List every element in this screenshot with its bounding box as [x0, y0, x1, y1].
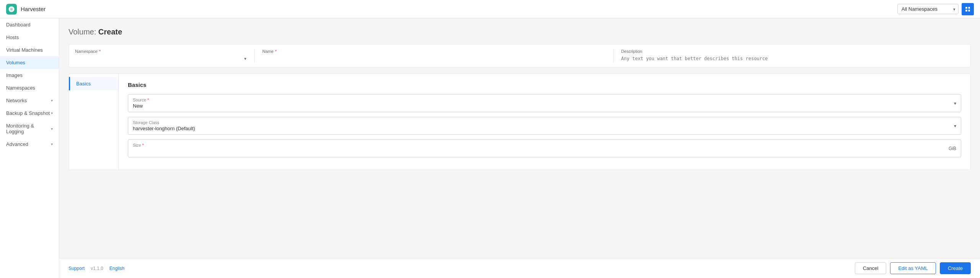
tab-sidebar: Basics	[69, 74, 119, 170]
storage-class-col: Storage Class harvester-longhorn (Defaul…	[133, 120, 954, 131]
size-col: Size * 10	[133, 143, 949, 154]
footer-left: Support v1.1.0 English	[69, 266, 124, 271]
section-layout: Basics Basics Source * New ▾	[69, 74, 971, 170]
form-top-row: Namespace * default ▾ Name * an-empty-vo…	[69, 44, 971, 67]
source-value: New	[133, 103, 954, 109]
namespace-field: Namespace * default ▾	[75, 49, 247, 62]
storage-class-label: Storage Class	[133, 120, 954, 125]
namespace-label: Namespace *	[75, 49, 247, 54]
topbar-right: All Namespaces default kube-system	[897, 3, 974, 15]
footer: Support v1.1.0 English Cancel Edit as YA…	[59, 258, 980, 278]
field-divider-2	[613, 49, 614, 62]
chevron-down-icon: ▾	[51, 98, 53, 103]
namespace-select-wrapper[interactable]: All Namespaces default kube-system	[897, 4, 959, 14]
topbar-left: Harvester	[6, 4, 46, 15]
source-chevron-icon[interactable]: ▾	[954, 101, 956, 106]
sidebar-item-virtual-machines[interactable]: Virtual Machines	[0, 44, 59, 56]
cancel-button[interactable]: Cancel	[855, 262, 886, 274]
namespace-chevron-icon: ▾	[244, 56, 247, 61]
source-col: Source * New	[133, 98, 954, 109]
app-logo	[6, 4, 17, 15]
create-button[interactable]: Create	[940, 262, 971, 274]
description-label: Description	[621, 49, 964, 54]
edit-yaml-button[interactable]: Edit as YAML	[890, 262, 936, 274]
chevron-down-icon: ▾	[51, 111, 53, 115]
namespace-input[interactable]: default	[75, 55, 139, 62]
chevron-down-icon: ▾	[51, 142, 53, 146]
topbar-action-button[interactable]	[962, 3, 974, 15]
svg-rect-1	[968, 7, 970, 9]
sidebar-item-monitoring-logging[interactable]: Monitoring & Logging ▾	[0, 119, 59, 138]
field-divider	[254, 49, 255, 62]
storage-class-chevron-icon[interactable]: ▾	[954, 123, 956, 129]
sidebar-item-namespaces[interactable]: Namespaces	[0, 82, 59, 94]
footer-right: Cancel Edit as YAML Create	[855, 262, 971, 274]
name-input[interactable]: an-empty-volume	[262, 55, 605, 62]
footer-version: v1.1.0	[91, 266, 103, 271]
sidebar-item-volumes[interactable]: Volumes	[0, 56, 59, 69]
size-input[interactable]: 10	[133, 148, 197, 154]
source-input-group: Source * New ▾	[128, 94, 961, 112]
sidebar-item-backup-snapshot[interactable]: Backup & Snapshot ▾	[0, 107, 59, 119]
topbar: Harvester All Namespaces default kube-sy…	[0, 0, 980, 18]
sidebar-item-dashboard[interactable]: Dashboard	[0, 18, 59, 31]
main-content: Volume: Create Namespace * default ▾	[59, 18, 980, 258]
storage-class-input-group: Storage Class harvester-longhorn (Defaul…	[128, 117, 961, 135]
size-input-group: Size * 10 GiB	[128, 139, 961, 157]
size-unit: GiB	[949, 146, 956, 151]
storage-class-value: harvester-longhorn (Default)	[133, 126, 954, 131]
sidebar-item-images[interactable]: Images	[0, 69, 59, 82]
svg-rect-3	[968, 10, 970, 11]
namespace-select[interactable]: All Namespaces default kube-system	[897, 4, 959, 14]
description-input[interactable]	[621, 55, 964, 62]
chevron-down-icon: ▾	[51, 127, 53, 131]
svg-rect-2	[965, 10, 967, 11]
description-field: Description	[621, 49, 964, 62]
size-label: Size *	[133, 143, 949, 147]
page-title: Volume: Create	[69, 28, 971, 36]
name-field: Name * an-empty-volume	[262, 49, 605, 62]
svg-rect-0	[965, 7, 967, 9]
main: Volume: Create Namespace * default ▾	[59, 18, 980, 278]
tab-content-basics: Basics Source * New ▾	[119, 74, 970, 170]
tab-basics[interactable]: Basics	[69, 77, 118, 90]
support-link[interactable]: Support	[69, 266, 85, 271]
sidebar-item-hosts[interactable]: Hosts	[0, 31, 59, 44]
sidebar-item-advanced[interactable]: Advanced ▾	[0, 138, 59, 150]
name-label: Name *	[262, 49, 605, 54]
sidebar: Dashboard Hosts Virtual Machines Volumes…	[0, 18, 59, 278]
sidebar-item-networks[interactable]: Networks ▾	[0, 94, 59, 107]
layout: Dashboard Hosts Virtual Machines Volumes…	[0, 18, 980, 278]
section-title: Basics	[128, 82, 961, 88]
language-link[interactable]: English	[109, 266, 124, 271]
app-title: Harvester	[21, 6, 46, 12]
source-label: Source *	[133, 98, 954, 102]
